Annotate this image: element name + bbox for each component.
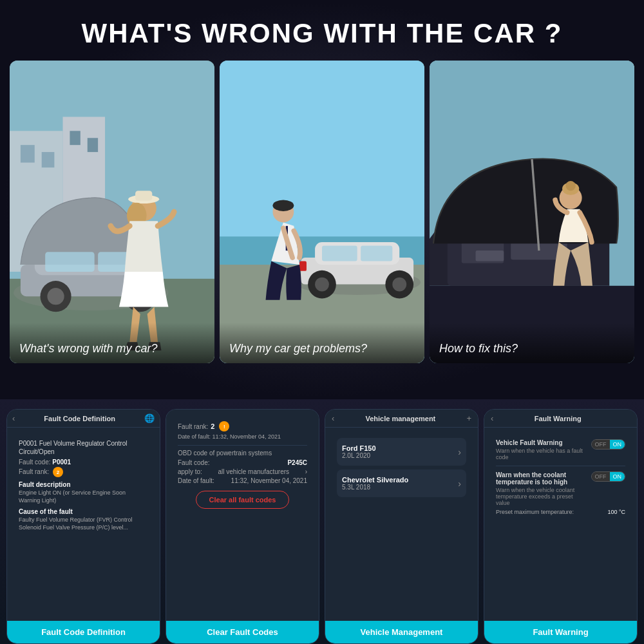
date-row: Date of fault: 11:32, November 04, 2021 xyxy=(178,433,307,440)
fault-warning-body: Vehicle Fault Warning Warn when the vehi… xyxy=(491,434,630,526)
vehicle-detail-1: 2.0L 2020 xyxy=(342,452,376,459)
clear-all-button[interactable]: Clear all fault codes xyxy=(196,491,290,509)
code-field-label: Fault code: xyxy=(178,459,209,466)
apply-value: all vehicle manufacturers xyxy=(218,468,289,475)
vehicle-back-icon[interactable]: ‹ xyxy=(332,413,334,423)
main-title: WHAT'S WRONG WITH THE CAR ? xyxy=(69,0,576,61)
svg-rect-28 xyxy=(361,245,392,261)
image-caption-2: Why my car get problems? xyxy=(220,323,424,363)
fault-code-value: P0001 xyxy=(52,459,71,466)
vehicle-detail-2: 5.3L 2018 xyxy=(342,484,408,491)
warning-row-2: Warn when the coolant temperature is too… xyxy=(496,471,625,506)
svg-point-46 xyxy=(565,181,575,191)
vehicle-item-2[interactable]: Chevrolet Silverado 5.3L 2018 › xyxy=(337,469,466,497)
vehicle-info-2: Chevrolet Silverado 5.3L 2018 xyxy=(342,476,408,491)
image-card-2: Why my car get problems? xyxy=(220,61,424,363)
fault-code-row: Fault code: P0001 xyxy=(19,459,148,466)
image-grid: What's wrong with my car? xyxy=(0,61,644,363)
preset-row: Preset maximum temperature: 100 °C xyxy=(496,509,625,515)
svg-point-14 xyxy=(47,288,64,305)
toggle1-off: OFF xyxy=(592,440,610,449)
vehicle-mgmt-card: ‹ Vehicle management + Ford F150 2.0L 20… xyxy=(325,409,478,644)
divider xyxy=(178,445,307,446)
fault-code-label: Fault code: xyxy=(19,459,50,466)
preset-value: 100 °C xyxy=(607,509,625,515)
obd-label: OBD code of powertrain systems xyxy=(178,450,307,457)
cause-text: Faulty Fuel Volume Regulator (FVR) Contr… xyxy=(19,516,148,531)
fault-warning-header: ‹ Fault Warning xyxy=(484,410,637,428)
vehicle-content: Ford F150 2.0L 2020 › Chevrolet Silverad… xyxy=(325,428,478,621)
fault-warning-footer[interactable]: Fault Warning xyxy=(484,621,637,643)
rank-label: Fault rank: xyxy=(178,423,208,430)
back-icon[interactable]: ‹ xyxy=(12,413,15,423)
fault-desc-header: Fault description xyxy=(19,481,148,488)
image-caption-1: What's wrong with my car? xyxy=(10,323,214,363)
warning-item-1: Vehicle Fault Warning Warn when the vehi… xyxy=(496,439,625,466)
warning-item-2: Warn when the coolant temperature is too… xyxy=(496,471,625,520)
warning-title: Fault Warning xyxy=(535,415,582,422)
fault-code-field: Fault code: P245C xyxy=(178,459,307,466)
clear-fault-body: Fault rank: 2 ! Date of fault: 11:32, No… xyxy=(173,416,312,514)
vehicle-body: Ford F150 2.0L 2020 › Chevrolet Silverad… xyxy=(332,434,471,505)
rank-val: 2 xyxy=(211,422,214,430)
bottom-section: ‹ Fault Code Definition 🌐 P0001 Fuel Vol… xyxy=(0,399,644,644)
svg-rect-19 xyxy=(135,191,152,200)
warning-text-1: Vehicle Fault Warning Warn when the vehi… xyxy=(496,439,588,460)
vehicle-add-icon[interactable]: + xyxy=(466,413,471,423)
clear-fault-card: Fault rank: 2 ! Date of fault: 11:32, No… xyxy=(166,409,319,644)
date-label: Date of fault: xyxy=(178,433,211,440)
clear-fault-content: Fault rank: 2 ! Date of fault: 11:32, No… xyxy=(166,410,319,621)
cause-header: Cause of the fault xyxy=(19,508,148,515)
vehicle-info-1: Ford F150 2.0L 2020 xyxy=(342,444,376,459)
rank-row: Fault rank: 2 ! xyxy=(178,421,307,431)
fault-code-body: P0001 Fuel Volume Regulator Control Circ… xyxy=(14,434,153,537)
fault-rank-row: Fault rank: 2 xyxy=(19,467,148,477)
apply-label: apply to: xyxy=(178,468,202,475)
warning-back-icon[interactable]: ‹ xyxy=(491,413,493,423)
svg-rect-11 xyxy=(45,252,95,272)
preset-label: Preset maximum temperature: xyxy=(496,509,574,515)
svg-point-30 xyxy=(315,278,329,292)
vehicle-name-1: Ford F150 xyxy=(342,444,376,452)
globe-icon[interactable]: 🌐 xyxy=(144,413,155,423)
fault-code-header: ‹ Fault Code Definition 🌐 xyxy=(7,410,160,428)
vehicle-name-2: Chevrolet Silverado xyxy=(342,476,408,484)
scene-svg-3 xyxy=(430,61,634,363)
fault-warning-card: ‹ Fault Warning Vehicle Fault Warning Wa… xyxy=(484,409,638,644)
fault-code-card: ‹ Fault Code Definition 🌐 P0001 Fuel Vol… xyxy=(6,409,160,644)
scene-svg-1 xyxy=(10,61,214,363)
warning1-subtitle: Warn when the vehicle has a fault code xyxy=(496,448,588,460)
svg-point-35 xyxy=(272,200,294,211)
fault-code-footer[interactable]: Fault Code Definition xyxy=(7,621,160,643)
toggle2-off: OFF xyxy=(592,472,610,481)
date2-value: 11:32, November 04, 2021 xyxy=(231,477,307,484)
vehicle-arrow-1: › xyxy=(458,447,461,457)
apply-row: apply to: all vehicle manufacturers › xyxy=(178,468,307,475)
toggle2-on: ON xyxy=(610,472,625,481)
code-field-value: P245C xyxy=(287,459,307,466)
vehicle-item-1[interactable]: Ford F150 2.0L 2020 › xyxy=(337,438,466,466)
fault-desc-text: Engine Light ON (or Service Engine Soon … xyxy=(19,489,148,504)
svg-rect-27 xyxy=(322,245,357,261)
fault-title: P0001 Fuel Volume Regulator Control Circ… xyxy=(19,439,148,456)
date2-field: Date of fault: 11:32, November 04, 2021 xyxy=(178,477,307,484)
rank-badge: 2 xyxy=(53,467,63,477)
toggle1-on: ON xyxy=(610,440,625,449)
image-card-1: What's wrong with my car? xyxy=(10,61,214,363)
image-caption-3: How to fix this? xyxy=(430,323,634,363)
top-section: WHAT'S WRONG WITH THE CAR ? xyxy=(0,0,644,399)
vehicle-arrow-2: › xyxy=(458,478,461,489)
rank-badge-2: ! xyxy=(219,421,229,431)
vehicle-title: Vehicle management xyxy=(365,415,435,422)
warning-text-2: Warn when the coolant temperature is too… xyxy=(496,471,588,506)
svg-rect-33 xyxy=(299,261,307,271)
toggle-1[interactable]: OFF ON xyxy=(591,439,626,450)
scene-svg-2 xyxy=(220,61,424,363)
warning2-title: Warn when the coolant temperature is too… xyxy=(496,471,588,486)
apply-arrow: › xyxy=(305,468,307,475)
vehicle-header: ‹ Vehicle management + xyxy=(325,410,478,428)
toggle-2[interactable]: OFF ON xyxy=(591,471,626,482)
warning-row-1: Vehicle Fault Warning Warn when the vehi… xyxy=(496,439,625,460)
vehicle-footer[interactable]: Vehicle Management xyxy=(325,621,478,643)
clear-fault-footer[interactable]: Clear Fault Codes xyxy=(166,621,319,643)
